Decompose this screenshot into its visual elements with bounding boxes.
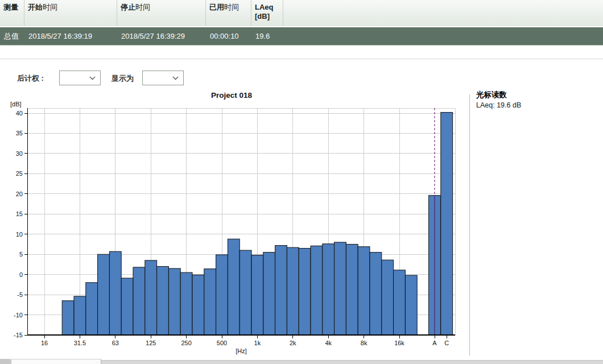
chevron-down-icon bbox=[89, 74, 96, 82]
col-header-measurement: 测量 bbox=[0, 0, 24, 26]
display-as-dropdown[interactable] bbox=[142, 71, 184, 85]
panel-separator bbox=[469, 94, 470, 355]
post-weighting-dropdown[interactable] bbox=[59, 71, 101, 85]
chevron-down-icon bbox=[172, 74, 179, 82]
svg-text:125: 125 bbox=[146, 340, 156, 346]
svg-text:[dB]: [dB] bbox=[10, 101, 22, 107]
total-label: 总值 bbox=[0, 31, 24, 42]
svg-text:31.5: 31.5 bbox=[74, 340, 86, 346]
cursor-readout-value: LAeq: 19.6 dB bbox=[476, 101, 521, 109]
stop-time-value: 2018/5/27 16:39:29 bbox=[117, 32, 206, 40]
post-weighting-label: 后计权 : bbox=[17, 73, 44, 84]
svg-text:16: 16 bbox=[41, 340, 48, 346]
svg-text:15: 15 bbox=[16, 210, 23, 217]
spectrum-chart[interactable]: 4035302520151050-5-10-151631.56312525050… bbox=[0, 88, 472, 359]
svg-text:20: 20 bbox=[16, 191, 23, 197]
display-as-label: 显示为 bbox=[111, 73, 134, 84]
col-header-elapsed-time: 已用时间 bbox=[206, 0, 251, 26]
svg-text:C: C bbox=[444, 340, 449, 346]
svg-text:2k: 2k bbox=[290, 340, 296, 346]
elapsed-time-value: 00:00:10 bbox=[206, 32, 251, 40]
svg-text:4k: 4k bbox=[325, 340, 332, 346]
start-time-value: 2018/5/27 16:39:19 bbox=[24, 32, 117, 40]
svg-text:A: A bbox=[432, 340, 437, 346]
svg-text:-15: -15 bbox=[14, 332, 23, 338]
svg-text:500: 500 bbox=[217, 340, 227, 346]
svg-text:30: 30 bbox=[16, 150, 23, 157]
svg-text:1k: 1k bbox=[254, 340, 261, 346]
cursor-readout-title: 光标读数 bbox=[476, 90, 507, 100]
svg-text:-10: -10 bbox=[14, 312, 23, 318]
col-header-laeq: LAeq[dB] bbox=[251, 0, 283, 26]
col-header-spacer bbox=[283, 0, 603, 26]
svg-text:5: 5 bbox=[19, 251, 23, 258]
bottom-active-tab[interactable] bbox=[11, 359, 101, 364]
svg-text:10: 10 bbox=[16, 231, 23, 238]
col-header-stop-time: 停止时间 bbox=[117, 0, 206, 26]
svg-text:35: 35 bbox=[16, 130, 23, 136]
horizontal-divider bbox=[0, 59, 603, 59]
svg-text:8k: 8k bbox=[361, 340, 367, 346]
svg-text:25: 25 bbox=[16, 170, 23, 177]
svg-text:0: 0 bbox=[19, 271, 23, 278]
svg-text:40: 40 bbox=[16, 110, 23, 117]
col-header-start-time: 开始时间 bbox=[24, 0, 117, 26]
svg-text:-5: -5 bbox=[17, 291, 23, 298]
measurement-table-header: 测量 开始时间 停止时间 已用时间 LAeq[dB] bbox=[0, 0, 603, 27]
laeq-value: 19.6 bbox=[251, 32, 283, 40]
svg-text:63: 63 bbox=[112, 340, 119, 346]
svg-text:250: 250 bbox=[181, 340, 191, 346]
table-row-total[interactable]: 总值 2018/5/27 16:39:19 2018/5/27 16:39:29… bbox=[0, 27, 603, 46]
bottom-tab-stub bbox=[0, 359, 10, 364]
svg-text:16k: 16k bbox=[394, 340, 404, 346]
svg-text:[Hz]: [Hz] bbox=[236, 348, 247, 354]
